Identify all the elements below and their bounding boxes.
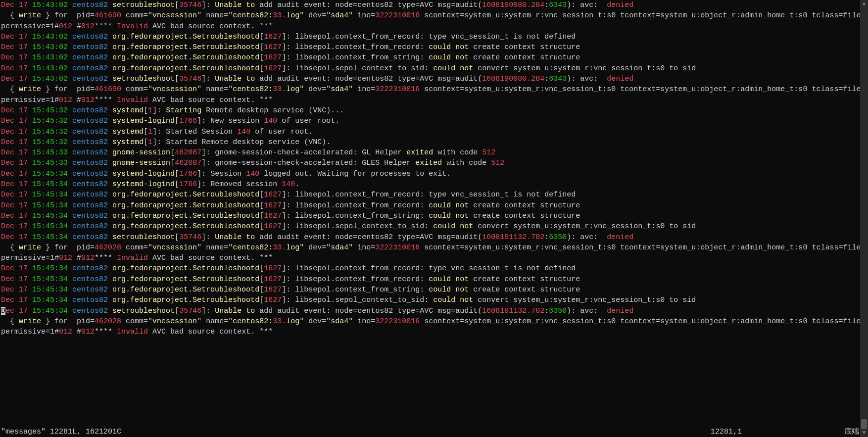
status-position: 12281,1 xyxy=(711,427,829,437)
status-file: "messages" 12281L, 1621201C xyxy=(1,427,711,437)
vim-status-bar: "messages" 12281L, 1621201C 12281,1 底端 xyxy=(0,427,862,437)
chevron-up-icon[interactable]: ▲ xyxy=(860,0,868,8)
status-end: 底端 xyxy=(829,427,861,437)
chevron-down-icon[interactable]: ▼ xyxy=(860,429,868,437)
scrollbar[interactable]: ▲ ▼ xyxy=(860,0,868,437)
terminal-log-view: Dec 17 15:43:02 centos82 setroubleshoot[… xyxy=(0,0,862,437)
